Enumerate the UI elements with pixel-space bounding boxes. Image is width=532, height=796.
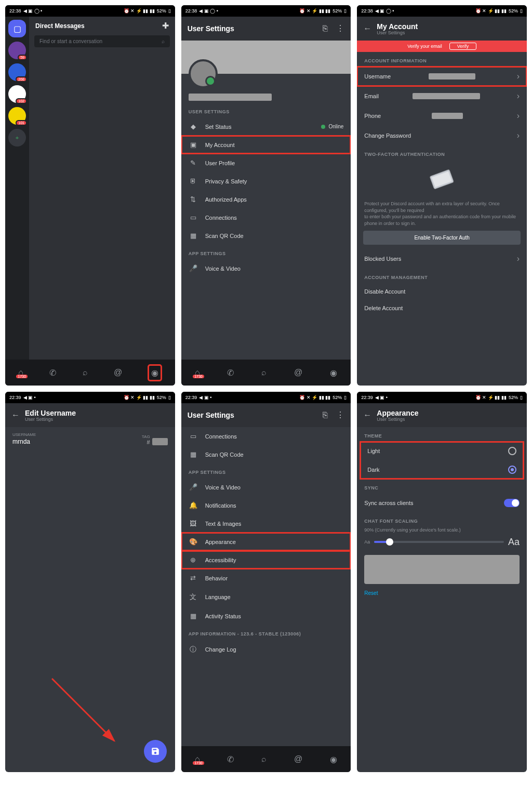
save-fab[interactable] bbox=[144, 740, 167, 763]
theme-dark-row[interactable]: Dark bbox=[360, 460, 524, 479]
nav-mentions-icon[interactable]: @ bbox=[294, 754, 302, 764]
section-label: APP SETTINGS bbox=[181, 245, 351, 259]
page-title: Appearance bbox=[377, 409, 418, 417]
verify-button[interactable]: Verify bbox=[449, 43, 477, 50]
nav-search-icon[interactable]: ⌕ bbox=[261, 754, 267, 764]
scan-qr-row[interactable]: ▦Scan QR Code bbox=[181, 227, 351, 245]
back-icon[interactable]: ← bbox=[363, 24, 371, 33]
accessibility-row[interactable]: ⊕Accessibility bbox=[181, 551, 351, 569]
nav-search-icon[interactable]: ⌕ bbox=[83, 368, 88, 377]
connections-row[interactable]: ▭Connections bbox=[181, 208, 351, 227]
header: ← Edit Username User Settings bbox=[5, 403, 175, 427]
status-bar: 22:39 ◀ ▣ • ⏰ ✕ ⚡ ▮▮ ▮▮ 52% ▯ bbox=[181, 392, 351, 403]
enable-2fa-button[interactable]: Enable Two-Factor Auth bbox=[363, 231, 521, 245]
nav-profile-icon[interactable]: ◉ bbox=[330, 754, 337, 764]
nav-mentions-icon[interactable]: @ bbox=[294, 368, 302, 377]
status-bar: 22:39 ◀ ▣ • ⏰ ✕ ⚡ ▮▮ ▮▮ 52% ▯ bbox=[5, 392, 175, 403]
avatar[interactable] bbox=[189, 59, 218, 88]
dm-home-button[interactable]: ▢ bbox=[8, 20, 26, 37]
nav-search-icon[interactable]: ⌕ bbox=[261, 368, 267, 377]
page-title: User Settings bbox=[188, 411, 234, 419]
tag-masked bbox=[152, 438, 168, 445]
nav-friends-icon[interactable]: ✆ bbox=[49, 368, 56, 378]
email-row[interactable]: Email bbox=[357, 86, 527, 106]
page-title: My Account bbox=[377, 22, 418, 31]
dm-title: Direct Messages bbox=[35, 22, 85, 30]
nav-friends-icon[interactable]: ✆ bbox=[227, 368, 234, 378]
notifications-row[interactable]: 🔔Notifications bbox=[181, 496, 351, 514]
blocked-users-row[interactable]: Blocked Users bbox=[357, 249, 527, 269]
back-icon[interactable]: ← bbox=[11, 411, 20, 419]
font-scale-slider[interactable]: Aa Aa bbox=[357, 534, 527, 551]
change-password-row[interactable]: Change Password bbox=[357, 126, 527, 145]
disable-account-row[interactable]: Disable Account bbox=[357, 283, 527, 300]
add-server-button[interactable]: + bbox=[8, 129, 26, 147]
screen-appearance: 22:39 ◀ ▣ • ⏰ ✕ ⚡ ▮▮ ▮▮ 52% ▯ ← Appearan… bbox=[357, 392, 527, 772]
screen-my-account: 22:38 ◀ ▣ ◯ • ⏰ ✕ ⚡ ▮▮ ▮▮ 52% ▯ ← My Acc… bbox=[357, 5, 527, 386]
voice-video-row[interactable]: 🎤Voice & Video bbox=[181, 478, 351, 496]
search-icon: ⌕ bbox=[162, 38, 165, 44]
activity-status-row[interactable]: ▦Activity Status bbox=[181, 607, 351, 625]
nav-mentions-icon[interactable]: @ bbox=[114, 368, 122, 377]
set-status-row[interactable]: ◆ Set Status Online bbox=[181, 117, 351, 136]
search-input[interactable]: Find or start a conversation ⌕ bbox=[34, 35, 170, 47]
logout-icon[interactable]: ⎘ bbox=[323, 411, 331, 419]
overflow-icon[interactable]: ⋮ bbox=[336, 24, 344, 33]
back-icon[interactable]: ← bbox=[363, 411, 371, 419]
nav-home-icon[interactable]: ⌂1730 bbox=[18, 368, 23, 377]
bottom-nav: ⌂1730 ✆ ⌕ @ ◉ bbox=[181, 360, 351, 386]
section-label: USER SETTINGS bbox=[181, 103, 351, 117]
toggle-on-icon bbox=[504, 499, 520, 507]
sync-clients-row[interactable]: Sync across clients bbox=[357, 494, 527, 512]
overflow-icon[interactable]: ⋮ bbox=[336, 411, 344, 419]
appearance-row[interactable]: 🎨Appearance bbox=[181, 533, 351, 551]
server-item[interactable]: 59 bbox=[8, 42, 26, 59]
username-field[interactable]: Username mrnda TAG # bbox=[5, 427, 175, 450]
nav-home-icon[interactable]: ⌂1730 bbox=[195, 754, 200, 764]
authorized-apps-row[interactable]: ⇅Authorized Apps bbox=[181, 190, 351, 208]
scan-qr-row[interactable]: ▦Scan QR Code bbox=[181, 445, 351, 463]
nav-profile-icon[interactable]: ◉ bbox=[148, 365, 162, 381]
phone-row[interactable]: Phone bbox=[357, 106, 527, 126]
new-message-icon[interactable]: ✚ bbox=[162, 22, 169, 30]
connections-row[interactable]: ▭Connections bbox=[181, 427, 351, 445]
screen-user-settings: 22:38 ◀ ▣ ◯ • ⏰ ✕ ⚡ ▮▮ ▮▮ 52% ▯ User Set… bbox=[181, 5, 351, 386]
account-icon: ▣ bbox=[189, 141, 198, 149]
server-item[interactable]: 101 bbox=[8, 107, 26, 125]
my-account-row[interactable]: ▣ My Account bbox=[181, 136, 351, 154]
reset-link[interactable]: Reset bbox=[357, 588, 527, 598]
username-row[interactable]: Username bbox=[357, 67, 527, 86]
theme-light-row[interactable]: Light bbox=[360, 442, 524, 460]
server-list: ▢ 59 268 102 101 + bbox=[5, 17, 29, 360]
nav-profile-icon[interactable]: ◉ bbox=[330, 368, 337, 378]
user-profile-row[interactable]: ✎User Profile bbox=[181, 154, 351, 172]
change-log-row[interactable]: ⓘChange Log bbox=[181, 640, 351, 659]
bottom-nav: ⌂1730 ✆ ⌕ @ ◉ bbox=[181, 746, 351, 772]
status-bar: 22:38 ◀ ▣ ◯ • ⏰ ✕ ⚡ ▮▮ ▮▮ 52% ▯ bbox=[357, 5, 527, 17]
nav-home-icon[interactable]: ⌂1730 bbox=[195, 368, 200, 377]
server-item[interactable]: 102 bbox=[8, 85, 26, 103]
bottom-nav: ⌂1730 ✆ ⌕ @ ◉ bbox=[5, 360, 175, 386]
header: ← My Account User Settings bbox=[357, 17, 527, 41]
logout-icon[interactable]: ⎘ bbox=[323, 24, 331, 33]
svg-line-2 bbox=[52, 679, 114, 741]
status-bar: 22:39 ◀ ▣ • ⏰ ✕ ⚡ ▮▮ ▮▮ 52% ▯ bbox=[357, 392, 527, 403]
privacy-safety-row[interactable]: ⛨Privacy & Safety bbox=[181, 172, 351, 190]
status-icon: ◆ bbox=[189, 123, 198, 130]
radio-on-icon bbox=[508, 466, 516, 474]
font-preview bbox=[364, 555, 520, 584]
screen-direct-messages: 22:38 ◀ ▣ ◯ • ⏰ ✕ ⚡ ▮▮ ▮▮ 52% ▯ ▢ 59 268… bbox=[5, 5, 175, 386]
verify-banner: Verify your email Verify bbox=[357, 41, 527, 52]
nav-friends-icon[interactable]: ✆ bbox=[227, 754, 234, 764]
annotation-arrow bbox=[47, 673, 125, 751]
voice-video-row[interactable]: 🎤Voice & Video bbox=[181, 259, 351, 277]
delete-account-row[interactable]: Delete Account bbox=[357, 300, 527, 316]
radio-off-icon bbox=[508, 447, 516, 455]
screen-user-settings-2: 22:39 ◀ ▣ • ⏰ ✕ ⚡ ▮▮ ▮▮ 52% ▯ User Setti… bbox=[181, 392, 351, 772]
screen-edit-username: 22:39 ◀ ▣ • ⏰ ✕ ⚡ ▮▮ ▮▮ 52% ▯ ← Edit Use… bbox=[5, 392, 175, 772]
behavior-row[interactable]: ⇄Behavior bbox=[181, 569, 351, 587]
text-images-row[interactable]: 🖼Text & Images bbox=[181, 514, 351, 533]
header: ← Appearance User Settings bbox=[357, 403, 527, 427]
server-item[interactable]: 268 bbox=[8, 63, 26, 81]
language-row[interactable]: 文Language bbox=[181, 587, 351, 607]
